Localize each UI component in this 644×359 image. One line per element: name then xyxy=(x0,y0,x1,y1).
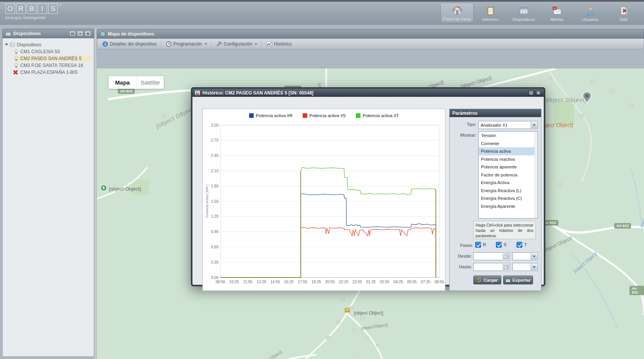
device-label: CM3 P.DE SANTA TERESA 16 xyxy=(20,63,83,68)
parametros-panel: Parámetros Tipo: Analizador #1 Mostrar: … xyxy=(449,109,541,291)
svg-text:07:25: 07:25 xyxy=(421,280,430,284)
sidebar-header: Dispositivos xyxy=(2,29,94,38)
toolbar-detalles-button[interactable]: Detalles del dispositivo xyxy=(99,40,160,48)
svg-text:11:55: 11:55 xyxy=(243,280,253,284)
chevron-down-icon[interactable] xyxy=(531,253,537,259)
tipo-select[interactable]: Analizador #1 xyxy=(478,121,538,129)
dialog-chart-icon xyxy=(195,90,200,95)
nav-informes[interactable]: Informes xyxy=(474,3,507,23)
sidebar-splitter[interactable] xyxy=(94,29,97,359)
chart-icon xyxy=(267,41,272,46)
punto-limpio-pin-icon[interactable] xyxy=(582,91,592,105)
device-cm4[interactable]: CM4 PLAZA ESPAÑA 1-BIS xyxy=(13,69,91,75)
satellite-button[interactable]: Satélite xyxy=(136,76,164,89)
map-panel-header: Mapa de dispositivos xyxy=(97,29,644,39)
toolbar-configuracion-button[interactable]: Configuración xyxy=(214,40,260,48)
mostrar-option[interactable]: Energía Aparente xyxy=(479,202,538,211)
fase-t: T xyxy=(517,242,527,248)
nav-panel-de-inicio[interactable]: Panel de Inicio xyxy=(440,3,474,23)
juarina-park-icon[interactable] xyxy=(100,184,107,193)
nav-label: Usuarios xyxy=(582,17,598,22)
checkbox-r[interactable] xyxy=(475,242,481,248)
chevron-down-icon[interactable] xyxy=(531,122,537,128)
nav-dispositivos[interactable]: Dispositivos xyxy=(507,3,540,23)
legend-swatch-t xyxy=(356,113,360,118)
mostrar-option[interactable]: Corriente xyxy=(479,140,538,148)
nav-alertas[interactable]: Alertas xyxy=(540,3,574,23)
mostrar-option[interactable]: Potencia reactiva xyxy=(479,155,538,163)
svg-text:08:56: 08:56 xyxy=(215,280,225,284)
exportar-button[interactable]: Exportar xyxy=(503,276,533,284)
legend-swatch-s xyxy=(303,113,307,118)
chevron-down-icon[interactable] xyxy=(531,264,537,270)
dialog-titlebar[interactable]: Histórico: CM2 PASEO SAN ANDRÉS 5 [SN: 0… xyxy=(192,89,544,97)
map-panel-title: Mapa de dispositivos xyxy=(108,31,154,37)
mostrar-listbox[interactable]: TensiónCorrientePotencia activaPotencia … xyxy=(478,131,538,219)
checkbox-s[interactable] xyxy=(496,242,502,248)
svg-text:14:55: 14:55 xyxy=(270,280,280,284)
toolbar-label: Detalles del dispositivo xyxy=(110,41,157,47)
table-icon xyxy=(5,31,11,36)
svg-text:0.30: 0.30 xyxy=(211,260,219,264)
nav-usuarios[interactable]: Usuarios xyxy=(574,3,607,23)
mostrar-option[interactable]: Potencia activa xyxy=(479,147,538,155)
map-label-juarina[interactable]: [object Object] xyxy=(109,186,141,192)
mostrar-option[interactable]: Energía Reactiva (C) xyxy=(479,194,538,202)
tree-root-dispositivos[interactable]: Dispositivos xyxy=(5,41,91,48)
device-cm2[interactable]: CM2 PASEO SAN ANDRÉS 5 xyxy=(14,55,91,62)
logo-letter: B xyxy=(27,3,36,14)
device-tree: Dispositivos CM1 C/IGLESIA 53 CM2 PASEO … xyxy=(3,38,94,79)
fase-s: S xyxy=(496,242,507,248)
collapse-left-icon[interactable] xyxy=(69,31,76,36)
minimize-icon[interactable] xyxy=(77,31,83,36)
nav-salir[interactable]: Salir xyxy=(607,3,640,23)
expander-icon[interactable] xyxy=(5,44,8,46)
devices-grid-icon xyxy=(519,6,529,16)
toolbar-programacion-button[interactable]: Programación xyxy=(163,40,210,48)
svg-text:23:55: 23:55 xyxy=(352,280,362,284)
svg-text:1.50: 1.50 xyxy=(211,199,219,204)
svg-text:0.60: 0.60 xyxy=(211,245,219,249)
logo-tagline: energía inteligente’ xyxy=(5,15,62,20)
nueva-building-icon[interactable] xyxy=(345,308,350,313)
device-cm1[interactable]: CM1 C/IGLESIA 53 xyxy=(14,48,91,55)
device-cm3[interactable]: CM3 P.DE SANTA TERESA 16 xyxy=(14,62,91,69)
main-nav: Panel de Inicio Informes xyxy=(440,3,640,23)
calendar-icon[interactable] xyxy=(503,264,509,270)
sidebar-dispositivos: Dispositivos D xyxy=(2,29,94,357)
hasta-time-select[interactable] xyxy=(512,263,538,271)
mostrar-option[interactable]: Tensión xyxy=(479,132,538,140)
checkbox-t[interactable] xyxy=(517,242,522,248)
svg-text:1.20: 1.20 xyxy=(211,214,219,219)
svg-text:10:25: 10:25 xyxy=(229,280,239,284)
map-button[interactable]: Mapa xyxy=(109,76,136,89)
restore-window-icon[interactable] xyxy=(528,90,534,96)
chevron-down-icon xyxy=(255,43,257,45)
cargar-button[interactable]: Cargar xyxy=(473,276,501,284)
desde-date-input[interactable] xyxy=(473,252,510,260)
mostrar-option[interactable]: Energía Activa xyxy=(479,179,538,187)
legend-entry: Potencia activa #T xyxy=(356,113,399,118)
map-label-nueva[interactable]: [object Object] xyxy=(354,310,383,316)
svg-text:3.00: 3.00 xyxy=(211,123,219,127)
scrollbar[interactable] xyxy=(535,132,538,218)
fase-r: R xyxy=(475,242,486,248)
chart-panel: Potencia activa #R Potencia activa #S Po… xyxy=(202,109,445,291)
desde-time-select[interactable] xyxy=(512,252,538,260)
mostrar-option[interactable]: Factor de potencia xyxy=(479,171,538,179)
calendar-icon[interactable] xyxy=(503,253,509,259)
tipo-label: Tipo: xyxy=(454,122,476,127)
svg-text:19:25: 19:25 xyxy=(311,280,321,284)
map-label-punto-limpio[interactable]: [object Object] xyxy=(544,97,587,103)
close-window-icon[interactable] xyxy=(535,90,541,96)
cargar-label: Cargar xyxy=(484,278,498,282)
hasta-date-input[interactable] xyxy=(473,263,510,271)
logo-letter: O xyxy=(5,3,15,14)
mostrar-option[interactable]: Potencia aparente xyxy=(479,163,538,171)
toolbar-historico-button[interactable]: Histórico xyxy=(264,40,295,48)
maximize-icon[interactable] xyxy=(85,31,91,36)
logo-letter: I xyxy=(37,3,47,14)
device-label: CM4 PLAZA ESPAÑA 1-BIS xyxy=(20,70,78,75)
mostrar-option[interactable]: Energía Reactiva (L) xyxy=(479,187,538,195)
help-text-box: Haga Ctrl+click para seleccionar hasta u… xyxy=(473,221,536,239)
